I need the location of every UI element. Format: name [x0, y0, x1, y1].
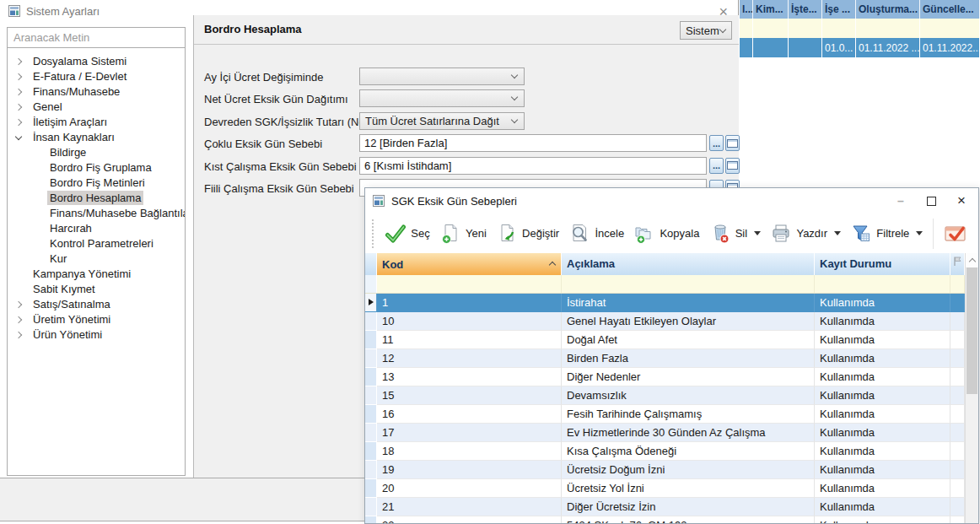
table-row[interactable]: 21 Diğer Ücretsiz İzin Kullanımda — [365, 498, 965, 516]
form-row: Ay İçi Ücret Değişiminde — [194, 68, 739, 89]
form-select[interactable]: Tüm Ücret Satırlarına Dağıt — [359, 112, 525, 130]
chevron-right-icon[interactable] — [16, 316, 30, 322]
toolbar-grip-handle[interactable] — [372, 219, 375, 248]
table-row[interactable]: 12 Birden Fazla Kullanımda — [365, 349, 965, 368]
toolbar-filter-button[interactable]: Filtrele — [850, 223, 923, 245]
tree-item[interactable]: E-Fatura / E-Devlet — [8, 68, 185, 84]
cell-flag — [950, 479, 965, 498]
column-header-kayit-durumu[interactable]: Kayıt Durumu — [815, 253, 950, 275]
toolbar-new-button[interactable]: Yeni — [439, 223, 487, 245]
toolbar-print-button[interactable]: Yazdır — [770, 223, 841, 245]
background-grid-filter-cell — [856, 19, 920, 38]
form-lookup-input[interactable] — [359, 157, 707, 175]
tree-item[interactable]: İletişim Araçları — [8, 114, 185, 129]
tree-item[interactable]: Dosyalama Sistemi — [8, 53, 185, 68]
dropdown-arrow-icon[interactable] — [754, 231, 761, 235]
tree-item[interactable]: Bordro Fiş Gruplama — [8, 159, 185, 175]
table-row[interactable]: 16 Fesih Tarihinde Çalışmamış Kullanımda — [365, 405, 965, 424]
chevron-right-icon[interactable] — [16, 118, 30, 125]
cell-kod: 12 — [377, 349, 562, 368]
toolbar-change-button[interactable]: Değiştir — [496, 223, 559, 245]
form-lookup-input[interactable] — [359, 134, 707, 152]
tree-item[interactable]: Finans/Muhasebe — [8, 84, 185, 99]
table-row[interactable]: 11 Doğal Afet Kullanımda — [365, 331, 965, 349]
table-row[interactable]: 1 İstirahat Kullanımda — [365, 294, 965, 312]
table-row[interactable]: 17 Ev Hizmetlerinde 30 Günden Az Çalışma… — [365, 424, 965, 442]
background-grid-header-cell: l... — [740, 0, 753, 19]
chevron-down-icon — [511, 73, 519, 80]
tree-item-label: İnsan Kaynakları — [30, 130, 117, 144]
row-marker-cell — [365, 331, 377, 349]
chevron-right-icon[interactable] — [16, 103, 30, 110]
tree-item-label: Kur — [47, 251, 69, 266]
tree-item[interactable]: Harcırah — [8, 220, 185, 235]
form-field-label: Çoklu Eksik Gün Sebebi — [204, 138, 322, 150]
table-row[interactable]: 13 Diğer Nedenler Kullanımda — [365, 368, 965, 386]
keyboard-button[interactable] — [725, 135, 740, 151]
tree-item[interactable]: Sabit Kıymet — [8, 281, 185, 296]
tree-item[interactable]: İnsan Kaynakları — [8, 129, 185, 144]
tree-item-label: Finans/Muhasebe — [30, 84, 122, 99]
scope-select[interactable]: Sistem — [680, 21, 732, 40]
vertical-scrollbar[interactable] — [965, 253, 978, 523]
table-row[interactable]: 19 Ücretsiz Doğum İzni Kullanımda — [365, 461, 965, 479]
background-grid-selected-row[interactable]: 01.0...01.11.2022 ...01.11.2022... — [740, 38, 980, 57]
toolbar-delete-label: Sil — [735, 227, 747, 240]
column-header-aciklama[interactable]: Açıklama — [562, 253, 815, 275]
tree-item[interactable]: Satış/Satınalma — [8, 296, 185, 311]
toolbar-examine-button[interactable]: İncele — [568, 223, 624, 245]
chevron-right-icon[interactable] — [16, 57, 30, 64]
dropdown-arrow-icon[interactable] — [834, 231, 841, 235]
toolbar-select-button[interactable]: Seç — [385, 223, 429, 245]
tree-item[interactable]: Ürün Yönetimi — [8, 327, 185, 342]
toolbar-copy-button[interactable]: Kopyala — [633, 223, 699, 245]
form-select[interactable] — [359, 68, 525, 85]
filter-input-kod[interactable] — [377, 275, 562, 293]
chevron-right-icon[interactable] — [16, 300, 30, 307]
keyboard-button[interactable] — [725, 158, 740, 174]
tree-item[interactable]: Kontrol Parametreleri — [8, 235, 185, 251]
table-row[interactable]: 15 Devamsızlık Kullanımda — [365, 386, 965, 405]
table-row[interactable]: 22 5434 SK. ek 76, GM 192 Kullanımda — [365, 516, 965, 523]
filter-input-kayit-durumu[interactable] — [815, 275, 950, 293]
tree-item[interactable]: Üretim Yönetimi — [8, 311, 185, 327]
table-row[interactable]: 20 Ücretsiz Yol İzni Kullanımda — [365, 479, 965, 498]
close-icon[interactable]: × — [946, 188, 977, 213]
lookup-ellipsis-button[interactable]: ... — [709, 158, 724, 174]
keyboard-icon — [727, 161, 738, 170]
tree-item[interactable]: Bordro Hesaplama — [8, 190, 185, 205]
scrollbar-up-icon[interactable] — [966, 253, 978, 268]
cell-aciklama: İstirahat — [562, 294, 815, 312]
tree-item[interactable]: Bildirge — [8, 144, 185, 159]
maximize-icon[interactable] — [916, 188, 946, 213]
new-icon — [439, 223, 461, 245]
chevron-right-icon[interactable] — [16, 88, 30, 95]
background-grid-filter-cell — [822, 19, 856, 38]
toolbar-delete-button[interactable]: Sil — [709, 223, 761, 245]
cell-kod: 18 — [377, 442, 562, 461]
tree-item-label: Dosyalama Sistemi — [30, 54, 129, 68]
background-grid-filter-cell — [753, 19, 789, 38]
tree-item[interactable]: Finans/Muhasebe Bağlantıları — [8, 205, 185, 220]
tree-item[interactable]: Genel — [8, 99, 185, 114]
scrollbar-thumb[interactable] — [967, 267, 977, 394]
window-controls: – × — [886, 188, 977, 213]
chevron-right-icon[interactable] — [16, 73, 30, 79]
lookup-ellipsis-button[interactable]: ... — [709, 135, 724, 151]
minimize-icon[interactable]: – — [886, 188, 916, 213]
tree-item[interactable]: Kur — [8, 251, 185, 266]
dropdown-arrow-icon[interactable] — [916, 231, 923, 235]
toolbar-confirm-button[interactable] — [943, 223, 968, 245]
search-input[interactable] — [8, 28, 185, 48]
filter-input-aciklama[interactable] — [562, 275, 815, 293]
flag-icon[interactable] — [950, 253, 965, 275]
background-grid-header-cell: Oluşturma... — [856, 0, 920, 19]
form-select[interactable] — [359, 89, 525, 107]
tree-item[interactable]: Bordro Fiş Metinleri — [8, 175, 185, 190]
tree-item[interactable]: Kampanya Yönetimi — [8, 266, 185, 281]
chevron-down-icon[interactable] — [16, 134, 30, 139]
column-header-kod[interactable]: Kod — [377, 253, 562, 275]
chevron-right-icon[interactable] — [16, 331, 30, 338]
table-row[interactable]: 10 Genel Hayatı Etkileyen Olaylar Kullan… — [365, 312, 965, 331]
table-row[interactable]: 18 Kısa Çalışma Ödeneği Kullanımda — [365, 442, 965, 461]
